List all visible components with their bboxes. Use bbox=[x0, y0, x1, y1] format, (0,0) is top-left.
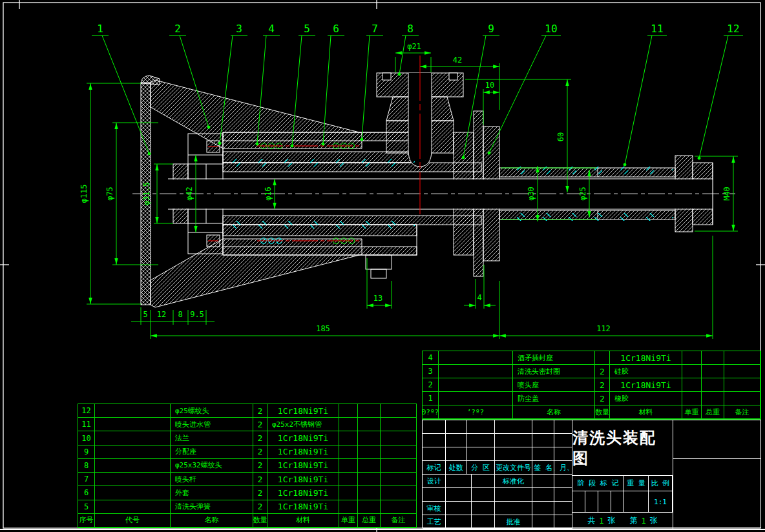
tb-cell bbox=[554, 515, 572, 529]
bom-cell bbox=[439, 392, 513, 405]
bom-cell: 喷头座 bbox=[513, 378, 595, 392]
balloon-number: 6 bbox=[333, 23, 339, 35]
tb-cell bbox=[446, 447, 466, 461]
bom-cell: 2 bbox=[253, 500, 267, 514]
bom-cell: 6 bbox=[78, 486, 95, 500]
revision-label: 标记 bbox=[423, 461, 446, 475]
balloon-number: 2 bbox=[174, 23, 181, 35]
dim-10: 10 bbox=[485, 81, 494, 90]
signature-grid: 设计标准化 审核 工艺批准 bbox=[423, 475, 572, 529]
bom-cell: 1Cr18Ni9Ti bbox=[267, 431, 339, 445]
dim-42: 42 bbox=[453, 56, 462, 65]
bom-cell bbox=[358, 500, 381, 514]
bom-cell bbox=[682, 378, 702, 392]
bom-cell: 1Cr18Ni9Ti bbox=[610, 351, 682, 365]
sheet-label: 共 bbox=[587, 515, 595, 526]
sheet-count-row: 共1张 第1张 bbox=[572, 513, 673, 529]
dim-phi30: φ30 bbox=[527, 187, 536, 201]
bom-cell: 9 bbox=[78, 445, 95, 459]
bom-cell: 清洗头密封圈 bbox=[513, 365, 595, 378]
bom-cell bbox=[95, 404, 171, 418]
tb-cell bbox=[554, 502, 572, 515]
bom-header-cell: 名称 bbox=[171, 514, 253, 527]
bom-cell bbox=[339, 418, 358, 431]
bom-header-cell: 备注 bbox=[724, 405, 760, 419]
tb-cell bbox=[585, 491, 598, 513]
bom-cell: 2 bbox=[595, 378, 610, 392]
standardize-label: 标准化 bbox=[495, 475, 532, 488]
dim-60: 60 bbox=[556, 132, 565, 141]
bom-cell: 喷头进水管 bbox=[171, 418, 253, 431]
bom-cell bbox=[95, 459, 171, 473]
dim-phi25: φ25 bbox=[578, 187, 587, 201]
tb-cell bbox=[554, 447, 572, 461]
bom-cell bbox=[381, 486, 417, 500]
bom-cell: 10 bbox=[78, 431, 95, 445]
dim-12: 12 bbox=[157, 310, 166, 319]
bom-header-cell: 材料 bbox=[267, 514, 339, 527]
bom-cell: 喷头杆 bbox=[171, 473, 253, 486]
balloon-number: 11 bbox=[651, 23, 663, 35]
bom-cell: 11 bbox=[78, 418, 95, 431]
tb-cell bbox=[446, 420, 466, 434]
bom-cell bbox=[339, 404, 358, 418]
lower-boss bbox=[366, 255, 392, 269]
bom-cell: 法兰 bbox=[171, 431, 253, 445]
dim-112: 112 bbox=[596, 324, 611, 333]
bom-cell bbox=[95, 473, 171, 486]
stage-row: 阶 段 标 记 重 量 比 例 bbox=[572, 475, 673, 491]
weight-label: 重 量 bbox=[624, 475, 649, 491]
tb-cell bbox=[495, 420, 532, 434]
bom-cell bbox=[724, 365, 760, 378]
bom-cell: 2 bbox=[253, 404, 267, 418]
bom-cell: 4 bbox=[423, 351, 439, 365]
tb-cell bbox=[532, 447, 554, 461]
bom-cell bbox=[702, 392, 724, 405]
bom-header-cell: 代号 bbox=[95, 514, 171, 527]
tb-cell bbox=[446, 488, 472, 502]
bom-cell bbox=[682, 392, 702, 405]
bom-cell: 2 bbox=[253, 431, 267, 445]
tb-cell bbox=[572, 491, 585, 513]
tb-cell bbox=[532, 434, 554, 447]
revision-label: 分 区 bbox=[466, 461, 495, 475]
bom-header-cell: 总重 bbox=[702, 405, 724, 419]
bom-cell bbox=[358, 445, 381, 459]
sheet-label: 张 bbox=[608, 515, 616, 526]
bom-cell bbox=[95, 486, 171, 500]
process-label: 工艺 bbox=[423, 515, 446, 529]
balloon-number: 10 bbox=[545, 23, 557, 35]
bom-cell: 清洗头弹簧 bbox=[171, 500, 253, 514]
dim-phi75: φ75 bbox=[105, 187, 114, 201]
scale-label: 比 例 bbox=[649, 475, 673, 491]
tb-cell bbox=[446, 502, 472, 515]
bom-cell bbox=[702, 365, 724, 378]
bom-cell: 1Cr18Ni9Ti bbox=[267, 459, 339, 473]
bom-header-cell: 材料 bbox=[610, 405, 682, 419]
assembly-geometry bbox=[132, 73, 735, 307]
bom-cell: 8 bbox=[78, 459, 95, 473]
tb-cell bbox=[466, 447, 495, 461]
dim-phi21: φ21 bbox=[407, 42, 421, 51]
bom-cell bbox=[381, 445, 417, 459]
bom-cell bbox=[682, 365, 702, 378]
tb-cell bbox=[532, 502, 554, 515]
bom-cell bbox=[381, 404, 417, 418]
tb-cell bbox=[554, 420, 572, 434]
bom-cell bbox=[358, 404, 381, 418]
tb-cell bbox=[554, 434, 572, 447]
stage-value-row: 1:1 bbox=[572, 491, 673, 513]
tb-cell bbox=[532, 420, 554, 434]
sheet-page: 1 bbox=[642, 517, 646, 526]
dim-phi31-5: φ31.5 bbox=[142, 182, 151, 205]
bom-cell bbox=[339, 431, 358, 445]
bom-cell: 2 bbox=[253, 418, 267, 431]
design-label: 设计 bbox=[423, 475, 446, 488]
bom-cell: φ25螺纹头 bbox=[171, 404, 253, 418]
balloon-number: 12 bbox=[727, 23, 739, 35]
tb-cell bbox=[466, 420, 495, 434]
tb-cell bbox=[611, 491, 624, 513]
tb-cell bbox=[423, 420, 446, 434]
tb-cell bbox=[466, 434, 495, 447]
bom-cell bbox=[682, 351, 702, 365]
